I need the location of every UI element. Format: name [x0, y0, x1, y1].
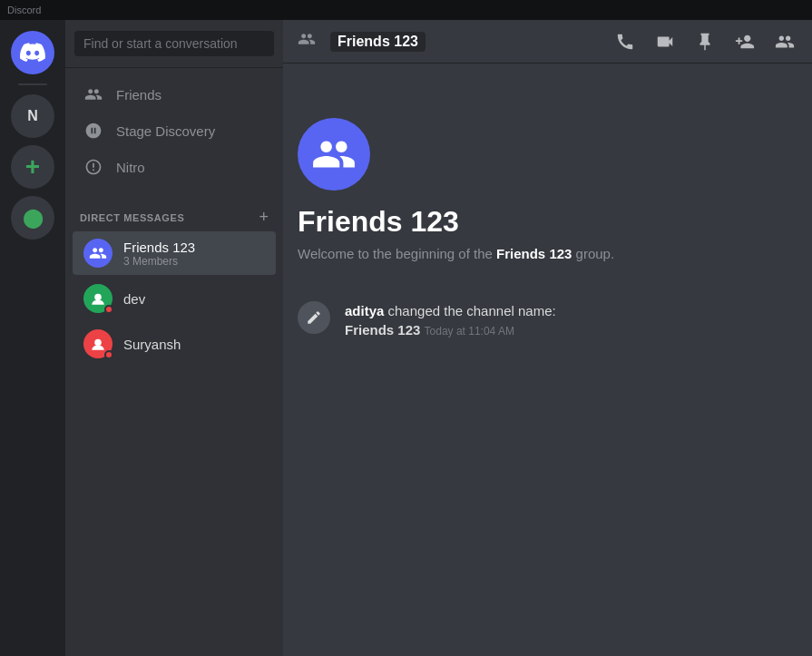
discord-home-button[interactable]	[11, 31, 54, 74]
dm-section-header: Direct Messages +	[65, 193, 283, 230]
chat-area: Friends 123 Welcome to the beginning of …	[283, 64, 812, 656]
server-sidebar: N + ⬤	[0, 20, 65, 656]
friends-label: Friends	[116, 87, 161, 103]
nav-nitro[interactable]: Nitro	[73, 150, 276, 184]
main-content: Friends 123	[283, 20, 812, 656]
chat-event: aditya changed the channel name: Friends…	[298, 294, 797, 347]
nav-stage-discovery[interactable]: Stage Discovery	[73, 113, 276, 148]
dm-info-friends-123: Friends 123 3 Members	[123, 240, 195, 268]
direct-messages-label: Direct Messages	[80, 212, 184, 223]
event-channel-name: Friends 123	[345, 322, 420, 338]
welcome-group-name: Friends 123	[496, 246, 572, 261]
nitro-icon	[83, 157, 103, 177]
dm-name-friends-123: Friends 123	[123, 240, 195, 255]
event-text: aditya changed the channel name: Friends…	[345, 301, 556, 339]
title-bar: Discord	[0, 0, 812, 20]
dm-item-suryansh[interactable]: Suryansh	[73, 322, 276, 366]
welcome-prefix: Welcome to the beginning of the	[298, 246, 496, 261]
stage-discovery-icon	[83, 121, 103, 141]
topbar-title: Friends 123	[330, 32, 426, 52]
dm-sidebar: Friends Stage Discovery Nitro	[65, 20, 283, 656]
server-divider	[18, 83, 47, 85]
video-button[interactable]	[652, 29, 678, 54]
event-action: changed the channel name:	[384, 303, 555, 318]
topbar: Friends 123	[283, 20, 812, 64]
group-name-large: Friends 123	[298, 205, 459, 239]
friends-icon	[83, 84, 103, 104]
add-member-button[interactable]	[732, 29, 758, 54]
suryansh-status-dot	[104, 350, 113, 359]
dev-status-dot	[104, 305, 113, 314]
search-bar-container	[65, 20, 283, 68]
stage-discovery-label: Stage Discovery	[116, 123, 215, 139]
explore-servers-button[interactable]: ⬤	[11, 196, 54, 240]
event-time: Today at 11:04 AM	[425, 325, 514, 338]
nav-friends[interactable]: Friends	[73, 77, 276, 112]
compass-icon: ⬤	[23, 207, 43, 229]
welcome-suffix: group.	[572, 246, 614, 261]
app-title: Discord	[7, 5, 41, 15]
call-button[interactable]	[612, 29, 638, 54]
dm-info-dev: dev	[123, 291, 145, 307]
dm-item-dev[interactable]: dev	[73, 277, 276, 320]
app: N + ⬤ Friends	[0, 20, 812, 656]
group-header: Friends 123 Welcome to the beginning of …	[298, 82, 797, 279]
topbar-group-icon	[298, 30, 316, 53]
dev-avatar	[83, 284, 113, 313]
members-button[interactable]	[772, 29, 797, 54]
add-dm-button[interactable]: +	[259, 208, 269, 227]
dm-name-dev: dev	[123, 291, 145, 307]
group-avatar-large	[298, 118, 370, 191]
group-welcome: Welcome to the beginning of the Friends …	[298, 246, 614, 261]
dm-info-suryansh: Suryansh	[123, 337, 181, 352]
add-icon: +	[25, 152, 40, 181]
dm-item-friends-123[interactable]: Friends 123 3 Members	[73, 231, 276, 275]
dm-sub-friends-123: 3 Members	[123, 255, 195, 268]
dm-name-suryansh: Suryansh	[123, 337, 181, 352]
svg-point-0	[94, 294, 102, 301]
search-input[interactable]	[74, 31, 274, 56]
svg-point-1	[94, 339, 102, 347]
event-username: aditya	[345, 303, 384, 318]
nitro-label: Nitro	[116, 160, 145, 175]
pin-button[interactable]	[692, 29, 718, 54]
event-icon	[298, 301, 330, 334]
group-avatar	[83, 239, 113, 268]
server-n-button[interactable]: N	[11, 94, 54, 138]
add-server-button[interactable]: +	[11, 145, 54, 189]
suryansh-avatar	[83, 329, 113, 358]
server-initial: N	[27, 108, 38, 124]
